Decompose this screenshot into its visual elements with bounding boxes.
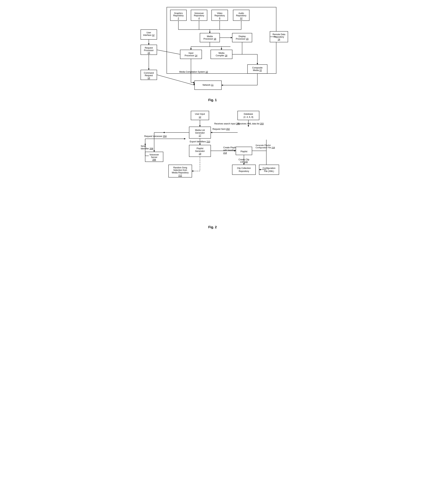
svg-marker-18	[209, 32, 211, 33]
request-sent-label: Request Sent 202	[212, 128, 230, 130]
svg-text:Media 22: Media 22	[253, 69, 262, 71]
create-playlist-label: Create Playlist	[223, 146, 237, 149]
svg-text:Repository: Repository	[194, 14, 204, 17]
svg-text:Configuration File 218: Configuration File 218	[256, 147, 275, 149]
create-clip-list-label: Create Clip	[239, 158, 249, 161]
svg-marker-109	[192, 170, 193, 172]
svg-text:Playlist: Playlist	[197, 147, 204, 150]
svg-text:Media: Media	[219, 52, 225, 54]
svg-text:Video: Video	[217, 12, 223, 14]
svg-text:Processor 15: Processor 15	[236, 38, 249, 40]
svg-text:212: 212	[178, 174, 182, 177]
fig2-container: User Input 12 Database (2, 4, 6, 8) Rece…	[135, 107, 290, 229]
svg-text:12: 12	[199, 116, 201, 118]
svg-text:6: 6	[219, 17, 220, 19]
svg-text:Database: Database	[244, 113, 253, 115]
svg-text:Server: Server	[151, 156, 157, 159]
svg-text:Interface 12: Interface 12	[143, 34, 154, 36]
svg-text:Input: Input	[189, 52, 193, 54]
svg-marker-114	[163, 132, 165, 133]
svg-text:Generator: Generator	[195, 150, 205, 152]
svg-marker-39	[257, 63, 258, 65]
svg-marker-57	[148, 69, 150, 70]
svg-text:Repository: Repository	[214, 14, 225, 17]
svg-marker-122	[184, 138, 186, 140]
fig2-svg: User Input 12 Database (2, 4, 6, 8) Rece…	[135, 107, 290, 224]
svg-text:Audio: Audio	[239, 12, 244, 14]
svg-marker-28	[190, 48, 192, 50]
svg-marker-75	[248, 125, 249, 127]
svg-text:List 216: List 216	[240, 161, 248, 163]
svg-text:Generator: Generator	[195, 132, 205, 134]
svg-text:Command: Command	[144, 72, 154, 74]
svg-text:Random Song: Random Song	[173, 166, 187, 169]
user-input-box	[191, 111, 209, 120]
svg-text:Media: Media	[207, 35, 213, 38]
system-label: Media Compilation System 10	[179, 71, 208, 73]
svg-marker-117	[153, 150, 155, 152]
database-box	[238, 111, 259, 120]
svg-text:Media List: Media List	[195, 129, 205, 131]
receives-xml-label: Receives XML data list 203	[238, 123, 264, 125]
clip-collection-box	[232, 165, 256, 175]
svg-text:Configuration: Configuration	[263, 167, 275, 169]
svg-text:17: 17	[199, 134, 201, 137]
svg-marker-64	[193, 82, 195, 83]
svg-marker-82	[199, 144, 201, 145]
svg-text:Media Repository: Media Repository	[172, 171, 188, 174]
svg-line-60	[157, 75, 195, 85]
svg-text:Repository: Repository	[173, 14, 183, 17]
svg-text:Request: Request	[145, 74, 153, 77]
svg-text:Display: Display	[239, 35, 246, 38]
svg-text:(2, 4, 6, 8): (2, 4, 6, 8)	[244, 116, 253, 118]
svg-text:206: 206	[152, 159, 156, 161]
svg-text:12: 12	[240, 17, 242, 19]
svg-text:Network 11: Network 11	[203, 84, 213, 86]
svg-text:Selection from: Selection from	[173, 169, 187, 171]
svg-marker-55	[148, 43, 150, 45]
svg-text:Remote Data: Remote Data	[273, 33, 285, 36]
svg-line-58	[157, 50, 180, 54]
svg-text:Processor 14: Processor 14	[185, 54, 197, 57]
svg-text:User Input: User Input	[195, 113, 205, 115]
svg-text:Repository: Repository	[274, 36, 284, 38]
fig1-caption: Fig. 1	[135, 98, 290, 102]
svg-marker-67	[221, 84, 223, 86]
svg-text:214: 214	[223, 152, 227, 154]
svg-text:Request: Request	[145, 47, 153, 49]
request-voiceover-label: Request Voiceover 204	[144, 135, 166, 137]
svg-text:Processor: Processor	[144, 49, 154, 52]
svg-text:Repository: Repository	[236, 14, 246, 17]
svg-text:File (XML): File (XML)	[264, 170, 274, 173]
svg-text:User: User	[146, 31, 151, 34]
svg-text:Clip Collection: Clip Collection	[237, 167, 251, 169]
svg-text:Processor 16: Processor 16	[204, 38, 216, 40]
svg-marker-80	[211, 132, 212, 133]
svg-text:Identifier 208: Identifier 208	[141, 147, 153, 150]
svg-text:Playlist: Playlist	[240, 150, 247, 153]
svg-text:14: 14	[278, 38, 280, 41]
svg-marker-123	[145, 143, 146, 145]
gen-playlist-label: Generate Playlist	[256, 144, 271, 146]
svg-text:Voiceover: Voiceover	[150, 154, 159, 156]
fig1-container: Graphics Repository 2 Voiceover Reposito…	[135, 4, 290, 102]
send-identifier-label: Send	[141, 145, 146, 147]
svg-text:Composite: Composite	[252, 66, 263, 69]
svg-marker-95	[243, 163, 245, 165]
receives-search-label: Receives search input 200	[214, 123, 240, 125]
svg-text:13: 13	[147, 77, 150, 79]
svg-text:Compiler 18: Compiler 18	[216, 54, 227, 57]
svg-text:4: 4	[199, 17, 200, 19]
graphics-repo-label: Graphics	[174, 12, 183, 14]
fig2-caption: Fig. 2	[135, 225, 290, 229]
svg-text:Voiceover: Voiceover	[194, 12, 204, 14]
svg-marker-73	[199, 125, 201, 127]
fig1-svg: Graphics Repository 2 Voiceover Reposito…	[135, 4, 290, 97]
svg-text:15: 15	[147, 52, 150, 54]
svg-text:2: 2	[178, 17, 179, 19]
svg-marker-22	[231, 37, 232, 38]
svg-text:Repository: Repository	[239, 170, 249, 173]
svg-text:19: 19	[199, 153, 201, 155]
svg-marker-30	[221, 48, 222, 50]
